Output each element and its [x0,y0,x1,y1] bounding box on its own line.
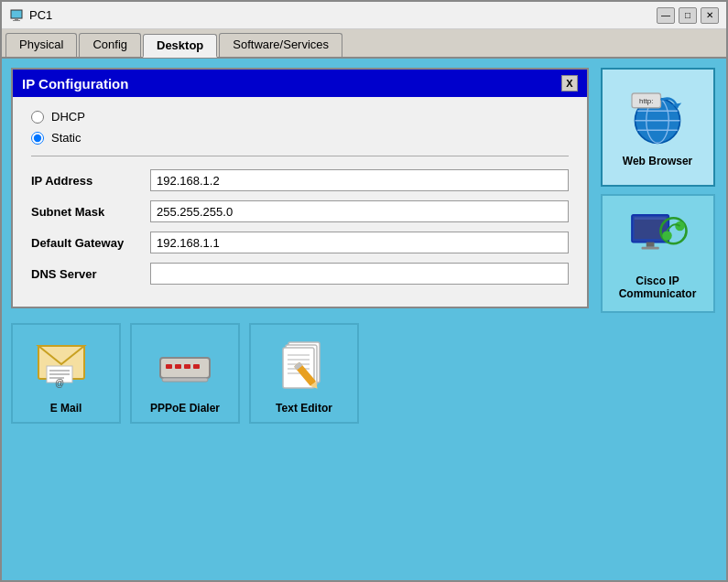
tab-software[interactable]: Software/Services [219,33,342,57]
close-button[interactable]: ✕ [701,7,719,24]
title-bar: PC1 — □ ✕ [2,2,726,29]
ip-config-close-button[interactable]: X [561,75,578,92]
svg-text:@: @ [55,378,64,388]
tab-config[interactable]: Config [79,33,141,57]
title-bar-left: PC1 [9,8,52,23]
tab-desktop[interactable]: Desktop [143,34,217,58]
email-app-icon[interactable]: @ E Mail [11,323,121,424]
subnet-mask-label: Subnet Mask [31,205,150,219]
dhcp-option[interactable]: DHCP [31,110,569,124]
svg-text:http:: http: [639,97,653,105]
subnet-mask-row: Subnet Mask [31,200,569,222]
ip-config-titlebar: IP Configuration X [13,70,587,97]
svg-rect-38 [647,242,655,247]
svg-rect-12 [175,364,181,369]
svg-rect-0 [11,10,22,18]
tab-bar: Physical Config Desktop Software/Service… [2,29,726,59]
svg-rect-1 [15,18,18,20]
cisco-ip-app-icon[interactable]: Cisco IP Communicator [601,194,715,313]
default-gateway-row: Default Gateway [31,232,569,253]
window-title: PC1 [29,8,52,22]
dns-server-row: DNS Server [31,263,569,285]
svg-rect-39 [642,247,659,250]
minimize-button[interactable]: — [657,7,675,24]
ip-config-body: DHCP Static IP Address [13,97,587,307]
main-content: IP Configuration X DHCP Static [2,59,726,580]
svg-point-41 [662,231,672,241]
ip-mode-group: DHCP Static [31,110,569,145]
static-option[interactable]: Static [31,131,569,145]
tab-physical[interactable]: Physical [5,33,77,57]
pppoe-app-icon[interactable]: PPPoE Dialer [130,323,240,424]
text-editor-icon-graphic [272,332,336,396]
cisco-ip-icon-graphic [625,207,690,271]
title-bar-controls: — □ ✕ [657,7,719,24]
default-gateway-label: Default Gateway [31,236,150,250]
web-browser-app-label: Web Browser [623,155,692,167]
dhcp-radio[interactable] [31,111,44,124]
bottom-app-icons: @ E Mail [11,316,589,424]
svg-rect-13 [184,364,190,369]
main-window: PC1 — □ ✕ Physical Config Desktop Softwa… [0,0,728,582]
web-browser-app-icon[interactable]: http: Web Browser [601,68,715,187]
email-app-label: E Mail [50,402,82,415]
svg-rect-37 [635,217,667,220]
text-editor-app-icon[interactable]: Text Editor [249,323,359,424]
svg-rect-15 [162,378,208,382]
config-divider [31,156,569,156]
static-label: Static [51,131,81,145]
ip-address-label: IP Address [31,174,150,188]
svg-rect-11 [166,364,172,369]
text-editor-app-label: Text Editor [276,402,332,415]
dhcp-label: DHCP [51,110,85,124]
static-radio[interactable] [31,132,44,145]
ip-config-title-text: IP Configuration [22,76,128,92]
ip-config-window: IP Configuration X DHCP Static [11,68,589,308]
cisco-ip-app-label: Cisco IP Communicator [608,275,708,300]
svg-rect-2 [13,20,20,21]
pppoe-icon-graphic [153,332,217,396]
email-icon-graphic: @ [34,332,98,396]
web-browser-icon-graphic: http: [625,87,690,151]
default-gateway-input[interactable] [150,232,569,253]
dns-server-input[interactable] [150,263,569,285]
pppoe-app-label: PPPoE Dialer [150,402,220,415]
ip-address-row: IP Address [31,169,569,191]
subnet-mask-input[interactable] [150,200,569,222]
pc-title-icon [9,8,24,23]
svg-rect-14 [193,364,200,369]
left-panel: IP Configuration X DHCP Static [11,68,589,571]
maximize-button[interactable]: □ [679,7,697,24]
dns-server-label: DNS Server [31,267,150,281]
ip-address-input[interactable] [150,169,569,191]
right-panel: http: Web Browser [598,68,717,571]
